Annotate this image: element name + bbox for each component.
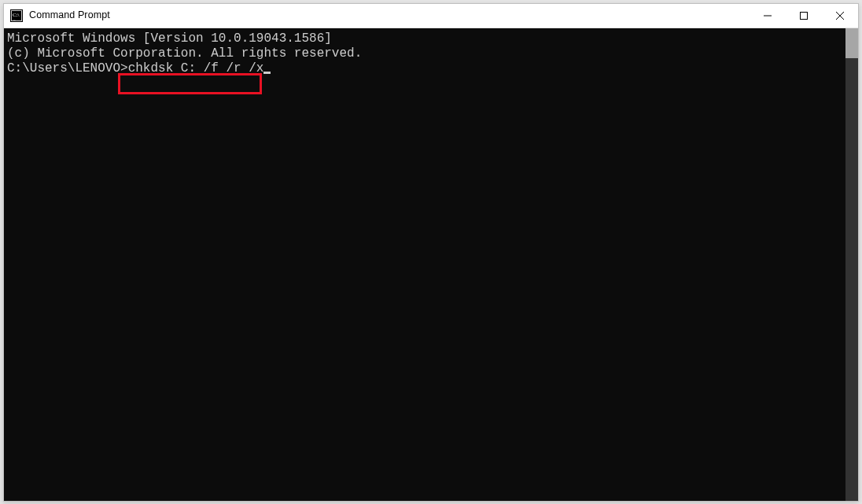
scrollbar-thumb[interactable] — [845, 28, 858, 58]
window-controls — [750, 4, 858, 28]
close-button[interactable] — [822, 4, 858, 28]
terminal-area: Microsoft Windows [Version 10.0.19043.15… — [4, 28, 858, 501]
command-prompt-icon: C:\ _ — [10, 9, 23, 22]
output-line: Microsoft Windows [Version 10.0.19043.15… — [7, 31, 842, 46]
typed-command: chkdsk C: /f /r /x — [128, 61, 264, 75]
command-prompt-window: C:\ _ Command Prompt Microsoft Windows [… — [3, 3, 859, 502]
svg-text:_: _ — [13, 17, 16, 20]
prompt-line: C:\Users\LENOVO>chkdsk C: /f /r /x — [7, 61, 842, 76]
vertical-scrollbar[interactable] — [845, 28, 858, 501]
prompt-path: C:\Users\LENOVO> — [7, 61, 128, 75]
cursor — [263, 72, 271, 74]
minimize-button[interactable] — [750, 4, 786, 28]
window-title: Command Prompt — [29, 3, 750, 28]
svg-rect-6 — [801, 13, 808, 20]
highlight-annotation — [118, 73, 262, 94]
output-line: (c) Microsoft Corporation. All rights re… — [7, 46, 842, 61]
titlebar[interactable]: C:\ _ Command Prompt — [4, 4, 858, 28]
terminal-output[interactable]: Microsoft Windows [Version 10.0.19043.15… — [4, 28, 845, 501]
maximize-button[interactable] — [786, 4, 822, 28]
